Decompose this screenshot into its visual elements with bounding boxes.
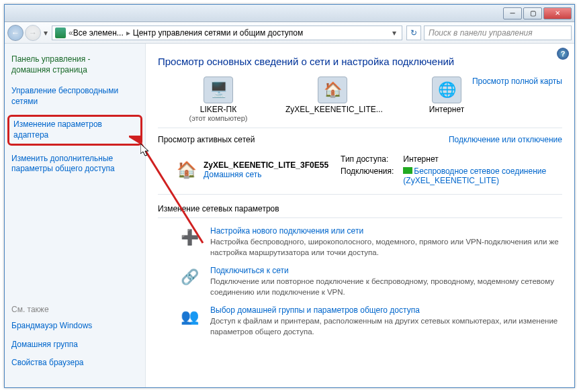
control-panel-home-link[interactable]: Панель управления - домашняя страница [11,54,138,75]
nav-history-dropdown[interactable]: ▾ [44,28,48,38]
active-networks-title: Просмотр активных сетей Подключение или … [158,135,562,144]
content: Панель управления - домашняя страница Уп… [5,44,574,387]
control-panel-icon [55,28,66,38]
seealso-firewall[interactable]: Брандмауэр Windows [11,321,138,332]
access-type-label: Тип доступа: [337,154,398,164]
maximize-button[interactable]: ▢ [523,7,542,19]
breadcrumb[interactable]: « Все элемен... ▸ Центр управления сетям… [52,26,402,40]
signal-icon [403,167,412,174]
search-placeholder: Поиск в панели управления [429,28,533,38]
breadcrumb-current[interactable]: Центр управления сетями и общим доступом [133,28,304,38]
sidebar: Панель управления - домашняя страница Уп… [5,44,146,387]
window: ─ ▢ ✕ ← → ▾ « Все элемен... ▸ Центр упра… [4,4,575,388]
seealso-browser-props[interactable]: Свойства браузера [11,358,138,369]
house-icon: 🏠 [318,77,347,103]
refresh-button[interactable]: ↻ [406,26,421,40]
network-name: ZyXEL_KEENETIC_LITE_3F0E55 [204,160,328,170]
change-network-settings-title: Изменение сетевых параметров [158,204,562,213]
search-input[interactable]: Поиск в панели управления [424,26,572,40]
active-network-item: 🏠 ZyXEL_KEENETIC_LITE_3F0E55 Домашняя се… [158,148,562,195]
minimize-button[interactable]: ─ [503,7,522,19]
connect-to-network[interactable]: 🔗 Подключиться к сети Подключение или по… [177,266,562,297]
connection-link[interactable]: Беспроводное сетевое соединение (ZyXEL_K… [399,166,561,186]
choose-homegroup[interactable]: 👥 Выбор домашней группы и параметров общ… [177,305,562,337]
main-pane: ? Просмотр основных сведений о сети и на… [146,44,574,387]
network-settings-list: ➕ Настройка нового подключения или сети … [158,226,562,337]
setup-new-connection[interactable]: ➕ Настройка нового подключения или сети … [177,226,562,258]
access-type-value: Интернет [399,154,561,164]
breadcrumb-prefix: « [69,28,73,38]
breadcrumb-root[interactable]: Все элемен... [73,28,124,38]
globe-icon: 🌐 [432,77,461,103]
nav-forward-button: → [25,25,41,41]
navbar: ← → ▾ « Все элемен... ▸ Центр управления… [5,22,574,44]
breadcrumb-dropdown[interactable]: ▾ [390,28,399,38]
sidebar-link-advanced-sharing[interactable]: Изменить дополнительные параметры общего… [11,154,138,175]
connect-disconnect-link[interactable]: Подключение или отключение [449,135,562,144]
breadcrumb-separator: ▸ [126,28,130,38]
nav-back-button[interactable]: ← [7,25,24,41]
divider [158,128,562,128]
sidebar-link-adapter-settings[interactable]: Изменение параметров адаптера [7,115,142,145]
setup-icon: ➕ [177,226,202,249]
sidebar-link-wireless[interactable]: Управление беспроводными сетями [11,86,138,107]
seealso-homegroup[interactable]: Домашняя группа [11,340,138,350]
see-also-title: См. также [11,305,138,314]
network-details: Тип доступа: Интернет Подключения: Беспр… [335,152,562,187]
connections-label: Подключения: [337,166,398,186]
titlebar: ─ ▢ ✕ [5,5,574,22]
close-button[interactable]: ✕ [543,7,572,19]
computer-icon: 🖥️ [204,77,233,103]
help-icon[interactable]: ? [557,48,569,60]
network-house-icon: 🏠 [177,157,197,183]
connect-icon: 🔗 [177,266,202,289]
see-full-map-link[interactable]: Просмотр полной карты [472,77,562,86]
page-title: Просмотр основных сведений о сети и наст… [158,56,562,67]
network-type-link[interactable]: Домашняя сеть [204,170,328,179]
see-also-section: См. также Брандмауэр Windows Домашняя гр… [11,305,138,377]
homegroup-icon: 👥 [177,305,202,328]
network-map: 🖥️ LIKER-ПК (этот компьютер) 🏠 ZyXEL_KEE… [158,77,562,122]
network-map-router[interactable]: 🏠 ZyXEL_KEENETIC_LITE... [285,77,380,114]
network-map-pc[interactable]: 🖥️ LIKER-ПК (этот компьютер) [171,77,265,122]
divider [158,217,562,218]
